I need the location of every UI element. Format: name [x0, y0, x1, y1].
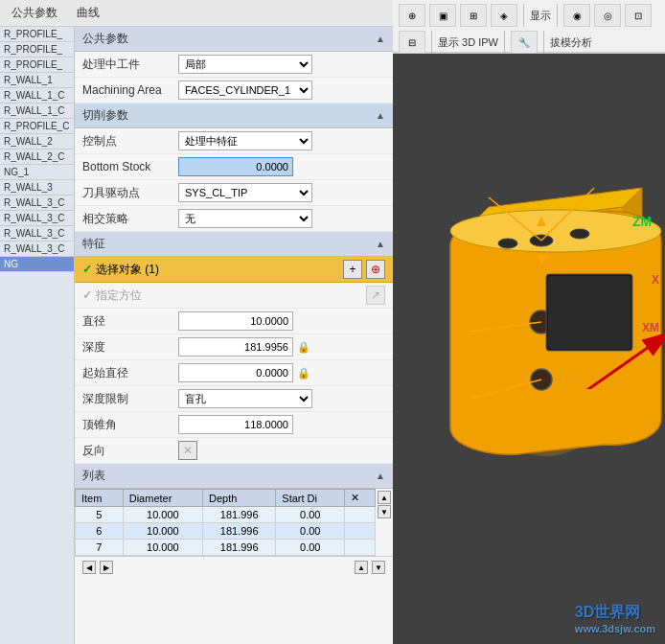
analysis-label: 拔模分析 [550, 35, 592, 50]
depth-label: 深度 [82, 339, 178, 356]
cell-del-1[interactable] [345, 523, 376, 540]
reverse-btn[interactable]: ✕ [178, 441, 197, 460]
separator-2 [557, 4, 558, 27]
cell-depth-0: 181.996 [203, 507, 276, 523]
start-diameter-label: 起始直径 [82, 365, 178, 381]
move-up-btn[interactable]: ▲ [355, 561, 368, 574]
tb-btn-1[interactable]: ⊕ [399, 4, 425, 27]
specify-dir-btn[interactable]: ↗ [366, 286, 385, 305]
target-icon-btn[interactable]: ⊕ [366, 260, 385, 279]
reverse-row: 反向 ✕ [75, 438, 393, 464]
table-row[interactable]: 6 10.000 181.996 0.00 [76, 523, 376, 540]
menu-curves[interactable]: 曲线 [73, 3, 103, 23]
table-scroll-controls: ▲ ▼ [376, 489, 393, 520]
sidebar-item-15[interactable]: NG [0, 257, 74, 272]
tb-btn-2[interactable]: ▣ [429, 4, 456, 27]
list-collapse-icon[interactable]: ▲ [376, 471, 385, 481]
prev-btn[interactable]: ◀ [82, 561, 96, 574]
tool-driver-select[interactable]: SYS_CL_TIP [178, 183, 312, 202]
scroll-down-btn[interactable]: ▼ [378, 505, 391, 518]
machining-area-name-label: Machining Area [82, 83, 178, 97]
depth-input[interactable] [178, 337, 293, 356]
menu-public-params[interactable]: 公共参数 [8, 3, 61, 23]
depth-limit-select[interactable]: 盲孔 [178, 389, 312, 408]
sidebar-item-13[interactable]: R_WALL_3_C [0, 226, 74, 242]
machining-area-select[interactable]: 局部 [178, 55, 312, 74]
col-depth: Depth [203, 490, 276, 507]
move-down-btn[interactable]: ▼ [372, 561, 385, 574]
cell-depth-1: 181.996 [203, 523, 276, 540]
cell-depth-2: 181.996 [203, 540, 276, 556]
tb-btn-3[interactable]: ⊞ [460, 4, 487, 27]
cut-params-collapse-icon[interactable]: ▲ [376, 110, 385, 121]
collapse-icon[interactable]: ▲ [376, 34, 385, 44]
svg-rect-9 [548, 276, 631, 349]
scroll-up-btn[interactable]: ▲ [378, 491, 391, 504]
right-panel: ⊕ ▣ ⊞ ◈ 显示 ◉ ◎ ⊡ ⊟ 显示 3D IPW 🔧 拔模分析 [393, 0, 665, 644]
sidebar-item-3[interactable]: R_WALL_1 [0, 73, 74, 88]
3d-view-svg: ZM X XM [393, 54, 665, 644]
tb-btn-4[interactable]: ◈ [491, 4, 517, 27]
machining-area-name-row: Machining Area FACES_CYLINDER_1 [75, 78, 393, 104]
start-diameter-input[interactable] [178, 363, 293, 382]
data-table: Item Diameter Depth Start Di ✕ 5 10.000 [75, 489, 376, 556]
table-row[interactable]: 7 10.000 181.996 0.00 [76, 540, 376, 556]
tb-btn-6[interactable]: ◎ [594, 4, 621, 27]
features-collapse-icon[interactable]: ▲ [376, 239, 385, 249]
control-points-select[interactable]: 处理中特征 [178, 131, 312, 150]
col-item: Item [76, 490, 124, 507]
viewport: ZM X XM 3D世界网 www.3dsjw.com [393, 54, 665, 644]
tb-btn-8[interactable]: ⊟ [399, 31, 425, 54]
tb-btn-5[interactable]: ◉ [563, 4, 590, 27]
depth-row: 深度 🔒 [75, 334, 393, 360]
specify-dir-label: 指定方位 [96, 288, 142, 304]
tb-btn-7[interactable]: ⊡ [625, 4, 652, 27]
sidebar-item-14[interactable]: R_WALL_3_C [0, 242, 74, 257]
features-header: 特征 ▲ [75, 232, 393, 257]
cell-item-0: 5 [76, 507, 124, 523]
sidebar-item-1[interactable]: R_PROFILE_ [0, 42, 74, 58]
select-object-row: ✓ 选择对象 (1) + ⊕ [75, 257, 393, 283]
sidebar-item-5[interactable]: R_WALL_1_C [0, 104, 74, 119]
sidebar-item-2[interactable]: R_PROFILE_ [0, 58, 74, 73]
right-toolbar: ⊕ ▣ ⊞ ◈ 显示 ◉ ◎ ⊡ ⊟ 显示 3D IPW 🔧 拔模分析 [393, 0, 665, 54]
cell-del-2[interactable] [345, 540, 376, 556]
cell-startdi-2: 0.00 [276, 540, 345, 556]
diameter-label: 直径 [82, 313, 178, 330]
tb-btn-9[interactable]: 🔧 [511, 31, 538, 54]
sidebar-item-10[interactable]: R_WALL_3 [0, 180, 74, 196]
sidebar-item-6[interactable]: R_PROFILE_C [0, 119, 74, 134]
menu-bar: 公共参数 曲线 [0, 0, 393, 27]
diameter-input[interactable] [178, 311, 293, 331]
cell-del-0[interactable] [345, 507, 376, 523]
add-object-btn[interactable]: + [343, 260, 362, 279]
separator-3 [431, 31, 432, 54]
sidebar: R_PROFILE_ R_PROFILE_ R_PROFILE_ R_WALL_… [0, 27, 75, 644]
sidebar-item-9[interactable]: NG_1 [0, 165, 74, 180]
sidebar-item-8[interactable]: R_WALL_2_C [0, 150, 74, 165]
next-btn[interactable]: ▶ [100, 561, 113, 574]
cell-diameter-2: 10.000 [123, 540, 202, 556]
param-panel: 公共参数 ▲ 处理中工件 局部 Machining Area FACES_CYL… [75, 27, 393, 644]
svg-point-4 [570, 229, 589, 239]
svg-text:XM: XM [642, 321, 659, 334]
sidebar-item-11[interactable]: R_WALL_3_C [0, 196, 74, 211]
col-diameter: Diameter [123, 490, 202, 507]
svg-point-2 [450, 210, 661, 252]
table-row[interactable]: 5 10.000 181.996 0.00 [76, 507, 376, 523]
bottom-stock-label: Bottom Stock [82, 160, 178, 173]
cell-diameter-1: 10.000 [123, 523, 202, 540]
machining-area-name-select[interactable]: FACES_CYLINDER_1 [178, 80, 312, 100]
sidebar-item-0[interactable]: R_PROFILE_ [0, 27, 74, 42]
nav-row: ◀ ▶ ▲ ▼ [75, 556, 393, 578]
cell-item-1: 6 [76, 523, 124, 540]
cross-strategy-select[interactable]: 无 [178, 209, 312, 228]
sidebar-item-12[interactable]: R_WALL_3_C [0, 211, 74, 226]
sidebar-item-4[interactable]: R_WALL_1_C [0, 88, 74, 104]
sidebar-item-7[interactable]: R_WALL_2 [0, 134, 74, 150]
start-diameter-lock-icon: 🔒 [297, 367, 310, 380]
machining-area-label: 处理中工件 [82, 57, 178, 73]
cell-diameter-0: 10.000 [123, 507, 202, 523]
tip-angle-input[interactable] [178, 415, 293, 434]
bottom-stock-input[interactable] [178, 157, 293, 176]
